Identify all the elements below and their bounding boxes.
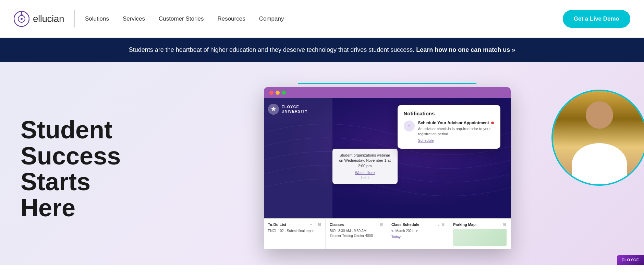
person-head [586,101,613,129]
nav-solutions[interactable]: Solutions [85,15,109,22]
hero-heading: Student Success Starts Here [21,117,151,221]
schedule-tile: Class Schedule ⋮ ⊟ < March 2024 > Today [387,219,449,249]
browser-dot-yellow [276,91,280,95]
logo-text: ellucian [33,13,64,24]
webinar-banner: Student organizations webinar on Wednesd… [332,149,398,184]
hero-text: Student Success Starts Here [21,83,151,221]
navbar: ellucian Solutions Services Customer Sto… [0,0,644,38]
browser-titlebar [264,87,511,98]
schedule-tile-header: Class Schedule ⋮ ⊟ [391,222,445,227]
classes-subitem: Zimmer Testing Center 4000 [330,233,383,238]
person-body [572,143,627,184]
promo-banner: Students are the heartbeat of higher edu… [0,38,644,62]
notification-description: An advisor check-in is required prior to… [418,126,494,137]
schedule-month: March 2024 [396,229,414,233]
classes-tile-title: Classes [330,222,344,227]
todo-tile-header: To-Do List + ⋮ ⊟ [268,222,321,227]
browser-bottom-bar: To-Do List + ⋮ ⊟ ENGL 102 - Submit final… [264,218,511,249]
todo-tile-title: To-Do List [268,222,287,227]
nav-resources[interactable]: Resources [217,15,245,22]
webinar-link[interactable]: Watch Here [338,171,392,175]
eloyce-logo-icon [268,104,279,115]
student-photo [551,90,644,186]
browser-dot-red [269,91,274,95]
eloyce-logo-text: ELOYCE UNIVERSITY [282,105,308,114]
notification-title: Notifications [404,111,494,116]
parking-tile-content [453,229,506,246]
notification-dot [491,122,494,124]
notification-item-title: Schedule Your Advisor Appointment [418,121,494,125]
classes-tile-content: BIOL 8:30 AM - 9:30 AM Zimmer Testing Ce… [330,229,383,238]
webinar-page: 1 of 1 [338,176,392,180]
hero-line-container [298,83,476,84]
classes-item: BIOL 8:30 AM - 9:30 AM [330,229,383,233]
parking-tile: Parking Map ⋮ ⊟ [449,219,510,249]
eloyce-sidebar: ELOYCE UNIVERSITY [264,98,332,218]
navbar-divider [74,10,75,27]
student-photo-inner [553,91,644,184]
notification-card: Notifications ≡ Schedule Your Advisor Ap… [398,105,500,149]
todo-tile-icons: + ⋮ ⊟ [310,222,321,227]
schedule-tile-icons: ⋮ ⊟ [437,222,445,227]
parking-tile-title: Parking Map [453,222,475,227]
main-nav: Solutions Services Customer Stories Reso… [85,15,563,22]
classes-tile: Classes ⋮ ⊟ BIOL 8:30 AM - 9:30 AM Zimme… [326,219,387,249]
eloyce-logo: ELOYCE UNIVERSITY [268,104,328,115]
svg-point-4 [21,18,23,20]
browser-dot-green [282,91,286,95]
notification-schedule-link[interactable]: Schedule [418,138,434,142]
notification-item: ≡ Schedule Your Advisor Appointment An a… [404,121,494,143]
browser-body: ELOYCE UNIVERSITY Notifications ≡ Schedu… [264,98,511,218]
nav-customer-stories[interactable]: Customer Stories [159,15,204,22]
hero-teal-line [298,83,476,84]
todo-tile: To-Do List + ⋮ ⊟ ENGL 102 - Submit final… [264,219,326,249]
todo-item: ENGL 102 - Submit final report [268,229,321,233]
notification-content: Schedule Your Advisor Appointment An adv… [418,121,494,143]
schedule-today: Today [391,235,445,240]
ellucian-logo-icon [14,11,29,27]
nav-services[interactable]: Services [123,15,145,22]
schedule-prev[interactable]: < [391,229,393,233]
eloyce-badge: ELOYCE [617,255,644,265]
logo[interactable]: ellucian [14,11,64,27]
banner-link[interactable]: Learn how no one can match us » [416,46,515,53]
notification-item-icon: ≡ [404,121,415,131]
hero-section: Student Success Starts Here [0,62,644,265]
schedule-next[interactable]: > [416,229,418,233]
parking-tile-header: Parking Map ⋮ ⊟ [453,222,506,227]
schedule-tile-title: Class Schedule [391,222,419,227]
parking-tile-icons: ⋮ ⊟ [498,222,506,227]
get-live-demo-button[interactable]: Get a Live Demo [563,10,630,28]
todo-tile-content: ENGL 102 - Submit final report [268,229,321,233]
webinar-text: Student organizations webinar on Wednesd… [338,153,392,169]
classes-tile-header: Classes ⋮ ⊟ [330,222,383,227]
mock-browser: ELOYCE UNIVERSITY Notifications ≡ Schedu… [264,87,511,249]
nav-company[interactable]: Company [259,15,284,22]
schedule-tile-content: < March 2024 > Today [391,229,445,240]
banner-text: Students are the heartbeat of higher edu… [129,46,415,53]
classes-tile-icons: ⋮ ⊟ [375,222,383,227]
